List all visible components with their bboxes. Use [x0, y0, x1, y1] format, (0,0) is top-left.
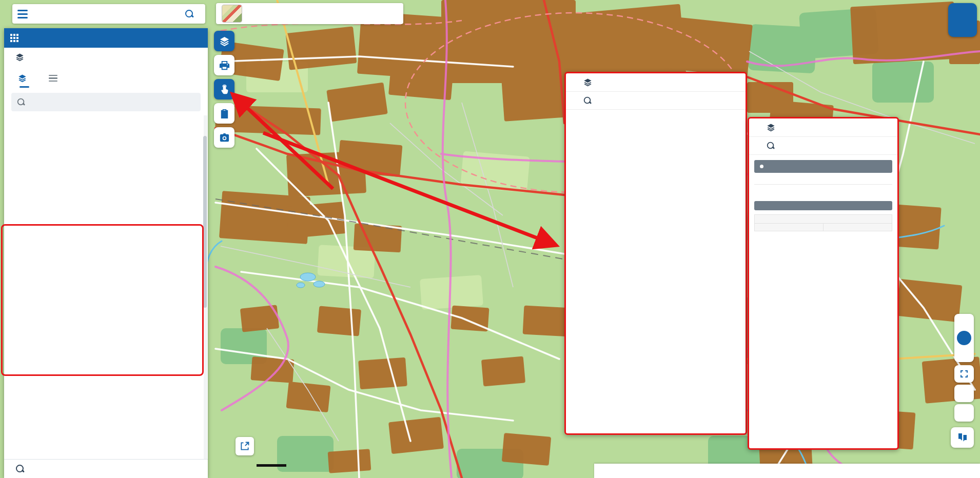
identify-icon	[583, 96, 592, 105]
previous-view-button[interactable]	[954, 385, 974, 402]
col-header-time	[755, 224, 824, 231]
layers-icon	[583, 77, 593, 87]
col-header-value	[824, 224, 892, 231]
layer-tree	[4, 115, 208, 459]
scrollbar-thumb[interactable]	[203, 136, 207, 308]
tab-legend[interactable]	[49, 67, 62, 90]
identify-icon	[767, 142, 775, 150]
global-search-bar	[12, 4, 205, 24]
layers-icon	[17, 73, 27, 83]
fullscreen-icon	[959, 369, 969, 379]
camera-icon	[219, 132, 230, 144]
tools-panel-header	[4, 28, 208, 48]
panel-tabs	[4, 67, 208, 90]
fullscreen-button[interactable]	[954, 365, 974, 383]
zoom-controls	[954, 314, 974, 362]
identify-tool-button[interactable]	[214, 79, 234, 99]
layers-icon	[219, 35, 230, 47]
layers-icon	[766, 123, 776, 132]
tab-layers[interactable]	[17, 67, 31, 90]
clipboard-icon	[219, 108, 230, 120]
identification-section[interactable]	[4, 459, 208, 478]
layer-search-box	[11, 93, 201, 111]
tools-panel	[4, 28, 208, 478]
map-content-row[interactable]	[4, 48, 208, 67]
list-icon	[49, 75, 57, 82]
layers-icon	[15, 52, 25, 62]
search-icon[interactable]	[185, 9, 194, 18]
current-data-section-bar[interactable]	[754, 201, 892, 210]
scrollbar-track[interactable]	[204, 115, 207, 459]
menu-icon[interactable]	[17, 10, 28, 18]
identify-icon	[15, 464, 25, 473]
popup-identification-row[interactable]	[749, 137, 897, 155]
geoportal-logo[interactable]	[948, 3, 977, 37]
camera-tool-button[interactable]	[214, 127, 234, 148]
search-input[interactable]	[34, 10, 179, 18]
compare-maps-icon	[956, 431, 969, 444]
measurements-table	[754, 223, 892, 231]
touch-identify-icon	[219, 84, 230, 95]
popup-map-content-row[interactable]	[749, 118, 897, 137]
basemap-selector[interactable]	[216, 3, 403, 24]
popup-identification-row[interactable]	[566, 92, 746, 110]
identification-chart-popup	[564, 72, 747, 435]
grid-icon	[10, 34, 18, 42]
print-tool-button[interactable]	[214, 55, 234, 75]
measurement-data-link[interactable]	[749, 185, 897, 196]
map-compare-button[interactable]	[951, 427, 974, 448]
printer-icon	[219, 59, 230, 71]
scale-bar	[257, 463, 286, 467]
layer-search-input[interactable]	[30, 98, 195, 106]
scale-bar-line	[257, 464, 286, 467]
zoom-level-badge	[957, 331, 971, 345]
status-bar	[594, 464, 980, 478]
table-caption	[754, 214, 892, 223]
minimap-expand-button[interactable]	[236, 437, 254, 455]
station-dot-icon	[760, 165, 763, 168]
next-view-button[interactable]	[954, 404, 974, 422]
charts-container	[566, 110, 746, 114]
search-icon	[17, 98, 25, 106]
layers-tool-button[interactable]	[214, 31, 234, 51]
expand-icon	[240, 441, 250, 451]
popup-map-content-row[interactable]	[566, 73, 746, 92]
clipboard-tool-button[interactable]	[214, 103, 234, 124]
basemap-thumbnail	[222, 5, 242, 22]
station-info-popup	[748, 117, 899, 450]
station-info-link[interactable]	[749, 173, 897, 184]
station-header-bar[interactable]	[754, 160, 892, 173]
